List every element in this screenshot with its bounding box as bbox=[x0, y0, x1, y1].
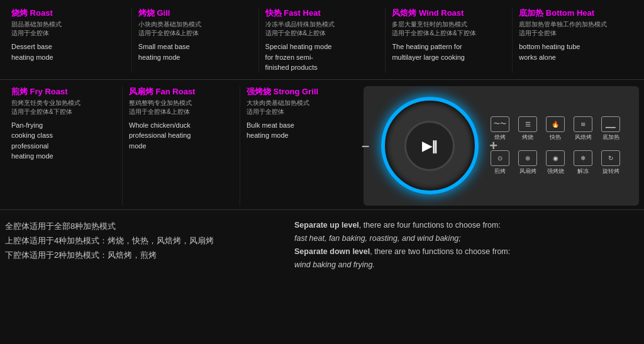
mode-card-windroast: 风焙烤 Wind Roast 多层大量烹饪时的加热模式适用于全腔体&上腔体&下腔… bbox=[386, 8, 513, 73]
mode-title-fastheat: 快热 Fast Heat bbox=[265, 8, 379, 19]
mode-title-bottomheat: 底加热 Bottom Heat bbox=[519, 8, 633, 19]
mode-card-stronggrill: 强烤烧 Strong Grill 大块肉类基础加热模式适用于全腔体 Bulk m… bbox=[240, 86, 357, 206]
summary-right-line-3: Separate down level, there are two funct… bbox=[294, 245, 639, 258]
icon-label-风扇烤: 风扇烤 bbox=[519, 167, 536, 175]
summary-left-line-2: 下腔体适用于2种加热模式：风焙烤，煎烤 bbox=[5, 248, 269, 262]
icon-box-烤烧: ☰ bbox=[518, 116, 537, 132]
plus-icon[interactable]: + bbox=[489, 138, 497, 154]
icon-cell-风扇烤[interactable]: ⊕ 风扇烤 bbox=[515, 147, 540, 179]
icon-box-焙烤: 〜〜 bbox=[491, 116, 509, 132]
dial-container: – ▶‖ + bbox=[379, 96, 480, 196]
icon-label-烤烧: 烤烧 bbox=[522, 133, 533, 141]
summary-right-line-2: fast heat, fan baking, roasting, and win… bbox=[294, 232, 639, 245]
mode-desc-gill: Small meat baseheating mode bbox=[138, 42, 252, 62]
mode-subtitle-gill: 小块肉类基础加热模式适用于全腔体&上腔体 bbox=[138, 20, 252, 38]
mode-title-gill: 烤烧 Gill bbox=[138, 8, 252, 19]
summary-italic-2: wind baking and frying. bbox=[294, 260, 375, 269]
icon-label-强烤烧: 强烤烧 bbox=[547, 167, 564, 175]
summary-bold-1: Separate up level bbox=[294, 221, 359, 230]
icon-label-解冻: 解冻 bbox=[577, 167, 589, 175]
summary-right-line-1: Separate up level, there are four functi… bbox=[294, 219, 639, 232]
mode-subtitle-stronggrill: 大块肉类基础加热模式适用于全腔体 bbox=[247, 99, 351, 116]
mode-title-fanroast: 风扇烤 Fan Roast bbox=[129, 86, 233, 97]
icon-cell-底加热[interactable]: ▁▁ 底加热 bbox=[598, 113, 623, 145]
icon-cell-快热[interactable]: 🔥 快热 bbox=[543, 113, 568, 145]
summary-left-line-0: 全腔体适用于全部8种加热模式 bbox=[5, 219, 269, 233]
mode-subtitle-bottomheat: 底部加热管单独工作的加热模式适用于全腔体 bbox=[519, 20, 633, 38]
icon-box-风扇烤: ⊕ bbox=[518, 150, 537, 166]
mode-desc-stronggrill: Bulk meat baseheating mode bbox=[247, 120, 351, 141]
mode-subtitle-windroast: 多层大量烹饪时的加热模式适用于全腔体&上腔体&下腔体 bbox=[392, 20, 506, 38]
icon-label-底加热: 底加热 bbox=[602, 133, 619, 141]
mode-desc-roast: Dessert baseheating mode bbox=[11, 42, 125, 62]
icon-label-煎烤: 煎烤 bbox=[494, 167, 506, 175]
summary-right: Separate up level, there are four functi… bbox=[294, 219, 639, 272]
mode-card-bottomheat: 底加热 Bottom Heat 底部加热管单独工作的加热模式适用于全腔体 bot… bbox=[513, 8, 639, 73]
mode-card-fastheat: 快热 Fast Heat 冷冻半成品特殊加热模式适用于全腔体&上腔体 Speci… bbox=[259, 8, 386, 73]
play-pause-icon: ▶‖ bbox=[422, 138, 438, 153]
mode-subtitle-roast: 甜品基础加热模式适用于全腔体 bbox=[11, 20, 125, 38]
summary-bold-2: Separate down level bbox=[294, 247, 370, 256]
icon-cell-风焙烤[interactable]: ≋ 风焙烤 bbox=[570, 113, 596, 145]
icon-cell-烤烧[interactable]: ☰ 烤烧 bbox=[515, 113, 540, 145]
icon-label-快热: 快热 bbox=[550, 133, 561, 141]
mode-subtitle-fanroast: 整鸡整鸭专业加热模式适用于全腔体&上腔体 bbox=[129, 99, 233, 116]
minus-icon[interactable]: – bbox=[362, 138, 369, 154]
mode-desc-windroast: The heating pattern formultilayer large … bbox=[392, 42, 506, 62]
icon-label-风焙烤: 风焙烤 bbox=[575, 133, 592, 141]
icon-box-风焙烤: ≋ bbox=[574, 116, 592, 132]
icon-cell-旋转烤[interactable]: ↻ 旋转烤 bbox=[598, 147, 623, 179]
icon-cell-强烤烧[interactable]: ◉ 强烤烧 bbox=[543, 147, 568, 179]
top-section: 烧烤 Roast 甜品基础加热模式适用于全腔体 Dessert baseheat… bbox=[0, 0, 644, 80]
summary-left: 全腔体适用于全部8种加热模式上腔体适用于4种加热模式：烤烧，快热，风焙烤，风扇烤… bbox=[5, 219, 269, 272]
mode-title-fryroast: 煎烤 Fry Roast bbox=[11, 86, 116, 97]
icons-grid: 〜〜 焙烤 ☰ 烤烧 🔥 快热 ≋ 风焙烤 ▁▁ 底加热 ⊙ 煎烤 ⊕ 风扇烤 … bbox=[487, 113, 623, 179]
icon-box-强烤烧: ◉ bbox=[546, 150, 565, 166]
summary-right-line-4: wind baking and frying. bbox=[294, 258, 639, 272]
icon-cell-解冻[interactable]: ❄ 解冻 bbox=[570, 147, 596, 179]
bottom-modes-left: 煎烤 Fry Roast 煎烤烹饪类专业加热模式适用于全腔体&下腔体 Pan-f… bbox=[5, 86, 357, 206]
icon-box-旋转烤: ↻ bbox=[601, 150, 620, 166]
summary-left-line-1: 上腔体适用于4种加热模式：烤烧，快热，风焙烤，风扇烤 bbox=[5, 233, 269, 248]
dial-panel: – ▶‖ + 〜〜 焙烤 ☰ 烤烧 🔥 快热 ≋ 风焙烤 ▁▁ 底加热 ⊙ 煎烤… bbox=[364, 86, 639, 206]
mode-card-gill: 烤烧 Gill 小块肉类基础加热模式适用于全腔体&上腔体 Small meat … bbox=[132, 8, 259, 73]
mode-desc-fastheat: Special heating modefor frozen semi-fini… bbox=[265, 42, 379, 73]
mode-title-windroast: 风焙烤 Wind Roast bbox=[392, 8, 506, 19]
icon-box-快热: 🔥 bbox=[546, 116, 565, 132]
mode-subtitle-fryroast: 煎烤烹饪类专业加热模式适用于全腔体&下腔体 bbox=[11, 99, 116, 116]
mode-title-roast: 烧烤 Roast bbox=[11, 8, 125, 19]
icon-box-解冻: ❄ bbox=[574, 150, 592, 166]
icon-label-旋转烤: 旋转烤 bbox=[602, 167, 619, 175]
dial-outer[interactable]: ▶‖ bbox=[381, 97, 479, 194]
mode-card-fryroast: 煎烤 Fry Roast 煎烤烹饪类专业加热模式适用于全腔体&下腔体 Pan-f… bbox=[5, 86, 123, 206]
mode-card-fanroast: 风扇烤 Fan Roast 整鸡整鸭专业加热模式适用于全腔体&上腔体 Whole… bbox=[123, 86, 240, 206]
mode-title-stronggrill: 强烤烧 Strong Grill bbox=[247, 86, 351, 97]
mode-desc-bottomheat: bottom heating tubeworks alone bbox=[519, 42, 633, 62]
dial-inner: ▶‖ bbox=[404, 121, 455, 171]
icon-box-底加热: ▁▁ bbox=[601, 116, 620, 132]
mode-desc-fryroast: Pan-fryingcooking classprofessionalheati… bbox=[11, 120, 116, 162]
bottom-area: 煎烤 Fry Roast 煎烤烹饪类专业加热模式适用于全腔体&下腔体 Pan-f… bbox=[0, 80, 644, 209]
mode-subtitle-fastheat: 冷冻半成品特殊加热模式适用于全腔体&上腔体 bbox=[265, 20, 379, 38]
summary-section: 全腔体适用于全部8种加热模式上腔体适用于4种加热模式：烤烧，快热，风焙烤，风扇烤… bbox=[0, 209, 644, 272]
summary-italic-1: fast heat, fan baking, roasting, and win… bbox=[294, 234, 461, 243]
mode-card-roast: 烧烤 Roast 甜品基础加热模式适用于全腔体 Dessert baseheat… bbox=[5, 8, 132, 73]
mode-desc-fanroast: Whole chicken/duckprofessional heatingmo… bbox=[129, 120, 233, 152]
